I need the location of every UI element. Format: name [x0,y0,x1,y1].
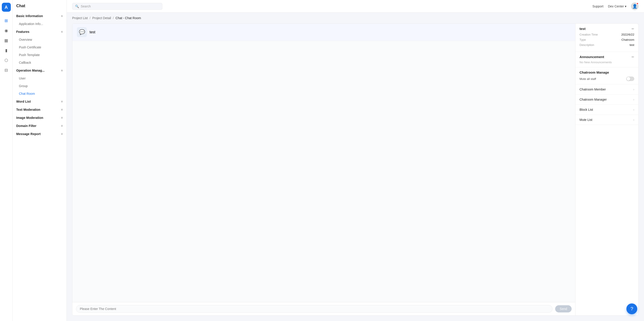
rp-chatroom-manager-label: Chatroom Manager [580,98,607,101]
rp-mute-row: Mute all staff [580,77,634,81]
sidebar-section-message-report[interactable]: Message Report ∨ [13,130,66,138]
analytics-icon[interactable]: ▦ [2,36,11,45]
rp-mute-list[interactable]: Mute List › [576,115,638,125]
sidebar-section-text-moderation-label: Text Moderation [16,108,40,111]
rp-chatroom-manager[interactable]: Chatroom Manager › [576,95,638,105]
sidebar-item-overview[interactable]: Overview [13,36,66,43]
sidebar-title: Chat [13,3,66,12]
rp-creation-time-label: Creation Time [580,33,598,36]
chat-bubble-icon[interactable]: ◉ [2,26,11,35]
announcement-edit-icon[interactable]: ✏ [632,55,634,59]
rp-type-value: Chatroom [622,38,634,41]
sidebar-item-user[interactable]: User [13,75,66,82]
rp-description-value: test [630,43,634,47]
content-area: 💬 test Send test ✏ Creation Time 2022/6/… [72,23,638,316]
right-panel: test ✏ Creation Time 2022/6/22 Type Chat… [576,23,638,316]
sidebar-section-domain-filter[interactable]: Domain Filter ∨ [13,122,66,130]
sidebar-section-operation-label: Operation Manag... [16,69,45,72]
rp-block-list-label: Block List [580,108,593,111]
breadcrumb-sep-1: / [90,16,90,20]
user-avatar-wrap[interactable]: 👤 [631,2,638,10]
rp-creation-time-value: 2022/6/22 [621,33,634,36]
sidebar-section-wordlist[interactable]: Word List ∨ [13,97,66,106]
sidebar: Chat Basic Information ∧ Application Inf… [13,0,67,321]
send-button[interactable]: Send [555,305,572,313]
box-icon[interactable]: ⬡ [2,56,11,65]
sidebar-section-operation[interactable]: Operation Manag... ∧ [13,66,66,75]
search-placeholder: Search [81,4,91,8]
chevron-down-icon-message: ∨ [61,132,63,136]
sidebar-section-message-report-label: Message Report [16,132,40,136]
support-link[interactable]: Support [592,4,604,8]
sidebar-section-domain-filter-label: Domain Filter [16,124,36,128]
chevron-right-icon-block: › [633,108,634,111]
sidebar-section-features-label: Features [16,30,29,33]
rp-announcement-title-row: Announcement ✏ [580,55,634,59]
sidebar-item-push-certificate[interactable]: Push Certificate [13,43,66,51]
chat-room-icon: 💬 [77,27,87,37]
chevron-down-icon-domain: ∨ [61,124,63,127]
chevron-down-icon: ▾ [625,4,626,8]
rp-chatroom-member[interactable]: Chatroom Member › [576,84,638,95]
rp-chatroom-manage: Chatroom Manage Mute all staff [576,67,638,84]
sidebar-section-image-moderation-label: Image Moderation [16,116,43,120]
chat-room-list-item[interactable]: 💬 test [72,24,575,41]
chevron-right-icon-manager: › [633,98,634,101]
dashboard-icon[interactable]: ⊞ [2,16,11,25]
breadcrumb: Project List / Project Detail / Chat - C… [67,13,644,23]
toggle-knob [627,77,630,81]
rp-title-row: test ✏ [580,27,634,31]
sidebar-section-text-moderation[interactable]: Text Moderation ∨ [13,106,66,114]
breadcrumb-project-detail[interactable]: Project Detail [92,16,111,20]
topbar-right: Support Dev Center ▾ 👤 [592,2,638,10]
mute-toggle[interactable] [626,77,634,81]
sidebar-item-chatroom[interactable]: Chat Room [13,90,66,97]
help-button[interactable]: ? [626,304,637,314]
rp-info-section: test ✏ Creation Time 2022/6/22 Type Chat… [576,24,638,52]
chevron-up-icon: ∧ [61,14,63,17]
breadcrumb-current: Chat - Chat Room [116,16,141,20]
sidebar-section-image-moderation[interactable]: Image Moderation ∨ [13,114,66,122]
topbar: 🔍 Search Support Dev Center ▾ 👤 [67,0,644,13]
chevron-up-icon-features: ∧ [61,30,63,33]
chevron-right-icon-member: › [633,88,634,91]
edit-icon[interactable]: ✏ [632,27,634,31]
app-logo[interactable]: A [2,3,11,12]
rp-mute-label: Mute all staff [580,77,596,81]
rp-room-title: test [580,27,586,31]
rp-type-label: Type [580,38,586,41]
dev-center-dropdown[interactable]: Dev Center ▾ [608,4,626,8]
sidebar-section-features[interactable]: Features ∧ [13,28,66,36]
grid-icon[interactable]: ⊟ [2,66,11,75]
sidebar-item-app-info[interactable]: Application Info... [13,20,66,28]
chevron-up-icon-operation: ∧ [61,69,63,72]
main-content: 🔍 Search Support Dev Center ▾ 👤 Project … [67,0,644,321]
chat-panel: 💬 test Send [72,23,576,316]
sidebar-item-callback[interactable]: Callback [13,59,66,66]
chevron-down-icon-wordlist: ∨ [61,100,63,103]
rp-block-list[interactable]: Block List › [576,105,638,115]
sidebar-section-basic-info[interactable]: Basic Information ∧ [13,12,66,20]
chat-input[interactable] [76,305,552,313]
rp-no-announcement: No New Announcements [580,61,634,64]
rp-manage-title: Chatroom Manage [580,70,634,74]
chevron-right-icon-mute: › [633,118,634,122]
chevron-down-icon-image: ∨ [61,116,63,119]
icon-bar: A ⊞ ◉ ▦ ▮ ⬡ ⊟ [0,0,13,321]
sidebar-item-group[interactable]: Group [13,82,66,90]
bar-chart-icon[interactable]: ▮ [2,46,11,55]
breadcrumb-sep-2: / [113,16,114,20]
search-icon: 🔍 [75,4,79,8]
notification-dot [636,2,638,5]
breadcrumb-project-list[interactable]: Project List [72,16,88,20]
search-box[interactable]: 🔍 Search [72,3,162,10]
rp-creation-time-row: Creation Time 2022/6/22 [580,33,634,36]
rp-chatroom-member-label: Chatroom Member [580,88,606,91]
rp-announcement-title: Announcement [580,55,604,59]
rp-description-row: Description test [580,43,634,47]
sidebar-section-basic-info-label: Basic Information [16,14,43,18]
dev-center-label: Dev Center [608,4,624,8]
chat-room-name: test [90,30,96,34]
sidebar-item-push-template[interactable]: Push Template [13,51,66,59]
chevron-down-icon-text: ∨ [61,108,63,111]
